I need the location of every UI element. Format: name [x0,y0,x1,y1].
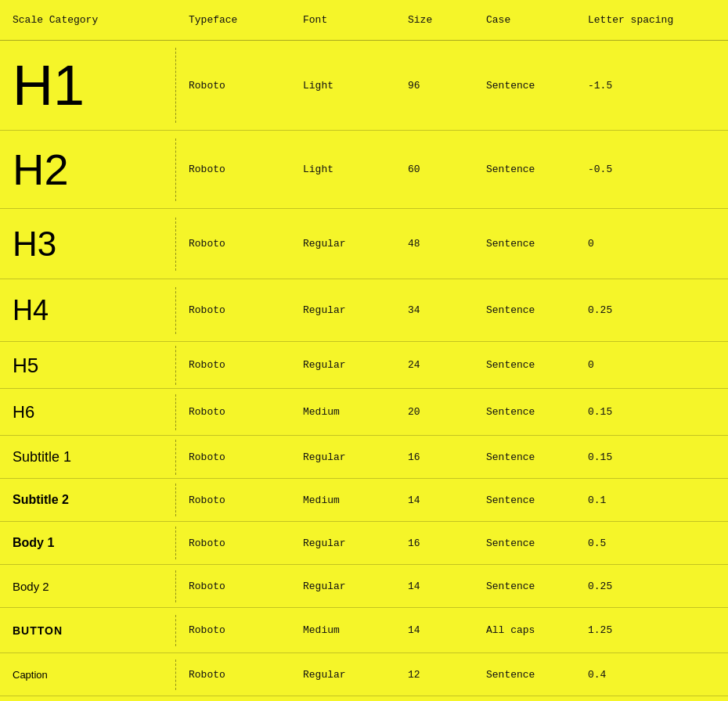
case-cell-caption: Sentence [474,660,575,690]
scale-label-h4: H4 [0,287,176,334]
font-cell-body2: Regular [290,571,395,602]
case-cell-h2: Sentence [474,154,575,185]
table-header: Scale Category Typeface Font Size Case L… [0,0,728,41]
table-row: H5 Roboto Regular 24 Sentence 0 [0,342,728,389]
scale-label-h1: H1 [0,48,176,123]
case-cell-h5: Sentence [474,350,575,380]
typeface-cell-body2: Roboto [176,571,290,602]
letter-spacing-cell-h1: -1.5 [575,70,728,101]
size-cell-subtitle1: 16 [395,442,474,473]
letter-spacing-cell-h5: 0 [575,350,728,380]
case-cell-button: All caps [474,615,575,645]
table-row: Caption Roboto Regular 12 Sentence 0.4 [0,653,728,696]
case-cell-subtitle1: Sentence [474,442,575,473]
font-cell-h6: Medium [290,397,395,427]
table-row: Body 2 Roboto Regular 14 Sentence 0.25 [0,565,728,608]
header-letter-spacing: Letter spacing [575,14,728,26]
typeface-cell-h1: Roboto [176,70,290,101]
scale-text-body2: Body 2 [13,580,49,593]
font-cell-subtitle2: Medium [290,485,395,516]
table-row: OVERLINE Roboto Regular 10 All caps 1.5 [0,696,728,701]
typeface-cell-h3: Roboto [176,228,290,259]
font-cell-caption: Regular [290,660,395,690]
scale-text-subtitle1: Subtitle 1 [13,449,71,466]
table-row: H6 Roboto Medium 20 Sentence 0.15 [0,389,728,436]
typeface-cell-button: Roboto [176,615,290,645]
scale-text-caption: Caption [13,669,48,681]
letter-spacing-cell-button: 1.25 [575,615,728,645]
size-cell-button: 14 [395,615,474,645]
table-row: Subtitle 2 Roboto Medium 14 Sentence 0.1 [0,479,728,522]
letter-spacing-cell-h3: 0 [575,228,728,259]
scale-text-h6: H6 [13,404,34,421]
case-cell-h4: Sentence [474,295,575,325]
header-scale-category: Scale Category [0,14,176,26]
typeface-cell-h2: Roboto [176,154,290,185]
table-row: BUTTON Roboto Medium 14 All caps 1.25 [0,608,728,653]
header-case: Case [474,14,575,26]
typeface-cell-h5: Roboto [176,350,290,380]
header-size: Size [395,14,474,26]
size-cell-caption: 12 [395,660,474,690]
scale-text-h2: H2 [13,148,69,192]
size-cell-body2: 14 [395,571,474,602]
scale-label-subtitle1: Subtitle 1 [0,440,176,475]
case-cell-h1: Sentence [474,70,575,101]
size-cell-h5: 24 [395,350,474,380]
table-row: H4 Roboto Regular 34 Sentence 0.25 [0,279,728,342]
size-cell-body1: 16 [395,528,474,559]
case-cell-body2: Sentence [474,571,575,602]
font-cell-h5: Regular [290,350,395,380]
letter-spacing-cell-caption: 0.4 [575,660,728,690]
scale-text-h5: H5 [13,355,38,376]
size-cell-h6: 20 [395,397,474,427]
letter-spacing-cell-h6: 0.15 [575,397,728,427]
scale-label-h6: H6 [0,394,176,430]
scale-label-body1: Body 1 [0,527,176,559]
typeface-cell-body1: Roboto [176,528,290,559]
font-cell-button: Medium [290,615,395,645]
case-cell-h3: Sentence [474,228,575,259]
table-row: Body 1 Roboto Regular 16 Sentence 0.5 [0,522,728,565]
typeface-cell-subtitle2: Roboto [176,485,290,516]
size-cell-h1: 96 [395,70,474,101]
font-cell-h1: Light [290,70,395,101]
case-cell-h6: Sentence [474,397,575,427]
scale-text-h1: H1 [13,57,85,113]
letter-spacing-cell-body1: 0.5 [575,528,728,559]
scale-text-button: BUTTON [13,624,63,637]
scale-text-h3: H3 [13,227,56,261]
table-row: H2 Roboto Light 60 Sentence -0.5 [0,131,728,209]
scale-label-subtitle2: Subtitle 2 [0,484,176,516]
scale-label-h3: H3 [0,217,176,271]
font-cell-h4: Regular [290,295,395,325]
scale-label-button: BUTTON [0,615,176,646]
scale-label-caption: Caption [0,660,176,690]
font-cell-h2: Light [290,154,395,185]
typeface-cell-h4: Roboto [176,295,290,325]
size-cell-h2: 60 [395,154,474,185]
letter-spacing-cell-body2: 0.25 [575,571,728,602]
scale-label-h2: H2 [0,138,176,201]
letter-spacing-cell-h4: 0.25 [575,295,728,325]
typeface-cell-h6: Roboto [176,397,290,427]
size-cell-h4: 34 [395,295,474,325]
table-row: H3 Roboto Regular 48 Sentence 0 [0,209,728,279]
font-cell-body1: Regular [290,528,395,559]
scale-label-h5: H5 [0,346,176,385]
typography-table: Scale Category Typeface Font Size Case L… [0,0,728,701]
case-cell-body1: Sentence [474,528,575,559]
size-cell-h3: 48 [395,228,474,259]
header-typeface: Typeface [176,14,290,26]
letter-spacing-cell-subtitle2: 0.1 [575,485,728,516]
letter-spacing-cell-h2: -0.5 [575,154,728,185]
scale-text-body1: Body 1 [13,536,54,550]
table-body: H1 Roboto Light 96 Sentence -1.5 H2 Robo… [0,41,728,701]
case-cell-subtitle2: Sentence [474,485,575,516]
table-row: Subtitle 1 Roboto Regular 16 Sentence 0.… [0,436,728,479]
scale-text-subtitle2: Subtitle 2 [13,493,69,507]
table-row: H1 Roboto Light 96 Sentence -1.5 [0,41,728,131]
scale-label-body2: Body 2 [0,570,176,602]
typeface-cell-subtitle1: Roboto [176,442,290,473]
scale-text-h4: H4 [13,297,49,325]
